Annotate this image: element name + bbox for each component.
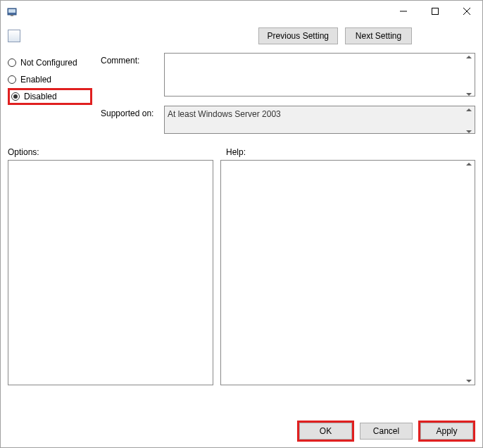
radio-group: Not Configured Enabled Disabled [8, 53, 92, 136]
comment-label: Comment: [101, 53, 157, 66]
options-panel [8, 160, 213, 385]
footer-buttons: OK Cancel Apply [297, 421, 475, 442]
radio-icon [8, 75, 16, 84]
comment-textarea[interactable] [164, 53, 475, 97]
nav-buttons: Previous Setting Next Setting [258, 27, 412, 44]
policy-dialog-window: Previous Setting Next Setting Not Config… [0, 0, 483, 448]
window-controls [387, 1, 482, 22]
radio-icon [11, 92, 20, 101]
radio-icon [8, 58, 16, 67]
comment-row: Comment: [101, 53, 475, 99]
titlebar [1, 1, 482, 22]
fields-column: Comment: Supported on: [101, 53, 475, 136]
next-setting-button[interactable]: Next Setting [345, 27, 412, 44]
ok-highlight: OK [297, 421, 354, 442]
toolbar: Previous Setting Next Setting [1, 22, 482, 50]
supported-row: Supported on: [101, 106, 475, 136]
svg-rect-1 [8, 9, 15, 13]
apply-button[interactable]: Apply [420, 423, 473, 440]
radio-label: Enabled [20, 75, 51, 85]
supported-label: Supported on: [101, 106, 157, 118]
svg-rect-2 [11, 15, 13, 16]
ok-button[interactable]: OK [299, 423, 352, 440]
apply-highlight: Apply [418, 421, 475, 442]
policy-icon [8, 30, 20, 42]
panels [8, 160, 475, 385]
body-area: Not Configured Enabled Disabled Comment: [1, 50, 482, 391]
panel-labels: Options: Help: [8, 147, 475, 157]
minimize-button[interactable] [387, 1, 419, 22]
options-label: Options: [8, 147, 218, 157]
svg-rect-4 [432, 8, 438, 15]
cancel-button[interactable]: Cancel [360, 423, 413, 440]
top-section: Not Configured Enabled Disabled Comment: [8, 53, 475, 136]
app-icon [6, 6, 18, 17]
radio-disabled[interactable]: Disabled [8, 88, 92, 105]
scroll-up-icon [466, 163, 472, 166]
radio-label: Disabled [24, 92, 57, 101]
radio-enabled[interactable]: Enabled [8, 71, 92, 88]
scrollbar [464, 161, 474, 384]
help-label: Help: [218, 147, 475, 157]
help-panel [220, 160, 475, 385]
radio-label: Not Configured [20, 58, 77, 68]
supported-textarea [164, 106, 475, 134]
close-button[interactable] [451, 1, 482, 22]
scroll-down-icon [466, 380, 472, 382]
radio-not-configured[interactable]: Not Configured [8, 54, 92, 71]
maximize-button[interactable] [419, 1, 451, 22]
previous-setting-button[interactable]: Previous Setting [258, 27, 338, 44]
